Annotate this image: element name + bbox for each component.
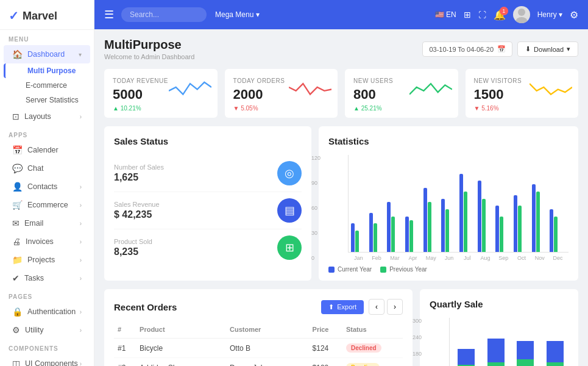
notifications-icon[interactable]: 🔔 1 [494,9,506,21]
bar-current [387,202,391,252]
sales-item-icon: ◎ [277,161,302,185]
megamenu-button[interactable]: Mega Menu ▾ [215,10,260,19]
bar-previous [355,231,359,252]
utility-icon: ⚙ [12,325,20,335]
q-bar-stack [458,349,475,366]
sidebar-item-email[interactable]: ✉ Email › [4,214,90,232]
bar-group [351,223,367,252]
q-bar-segment [547,341,564,362]
main-area: ☰ Mega Menu ▾ 🇺🇸 EN ⊞ ⛶ 🔔 1 Henry ▾ ⚙ Mu… [94,0,588,366]
sidebar-item-ui-components[interactable]: ◫ UI Components › [4,354,90,366]
sparkline [530,75,572,99]
bar-current [478,181,481,252]
hamburger-icon[interactable]: ☰ [104,8,114,21]
cell-customer: Danny Johnson [226,358,309,367]
sidebar-item-chat[interactable]: 💬 Chat [4,159,90,178]
x-label: Aug [477,255,494,261]
stat-change: ▲ 25.21% [353,105,450,112]
sidebar-item-calendar[interactable]: 📅 Calender [4,141,90,159]
bar-group [423,188,440,252]
bar-current [459,174,463,252]
download-button[interactable]: ⬇ Download ▾ [517,41,578,57]
sidebar-item-label: Dashboard [27,50,65,59]
sales-item-icon: ⊞ [277,235,302,260]
statistics-chart: 1209060300 JanFebMarAprMayJunJulAugSepOc… [328,155,569,271]
bar-current [532,184,536,252]
date-range-picker[interactable]: 03-10-19 To 04-06-20 📅 [422,41,512,57]
sales-item-value: $ 42,235 [114,209,160,220]
legend-previous: Previous Year [380,266,427,273]
page-title-group: MultiPurpose Welcome to Admin Dashboard [104,38,194,60]
cell-product: Addidas Shoes [136,358,226,367]
sidebar-item-projects[interactable]: 📁 Projects › [4,251,90,269]
settings-icon[interactable]: ⚙ [570,9,578,21]
sales-item-icon: ▤ [277,198,302,223]
sidebar-sub-server[interactable]: Server Statistics [4,93,90,107]
language-selector[interactable]: 🇺🇸 EN [435,10,456,19]
col-price: Price [309,321,342,339]
y-label: 30 [311,230,321,236]
sidebar-item-layouts[interactable]: ⊡ Layouts › [4,107,90,126]
sparkline [169,75,211,99]
export-button[interactable]: ⬆ Export [321,300,364,314]
chevron-icon: › [80,327,82,334]
x-label: Dec [550,255,566,261]
sales-status-title: Sales Status [114,136,302,146]
bar-previous [536,192,540,252]
sidebar-item-ecommerce[interactable]: 🛒 Ecommerce › [4,196,90,214]
bar-group [369,213,386,252]
chevron-icon: ▾ [79,51,82,58]
col-num: # [114,321,136,339]
chevron-icon: › [80,257,82,264]
table-row: #1 Bicycle Otto B $124 Declined [114,339,403,358]
y-label: 60 [311,205,321,211]
sidebar-sub-multipurpose[interactable]: Multi Purpose [4,63,90,78]
user-name[interactable]: Henry ▾ [537,10,562,19]
x-label: Apr [405,255,421,261]
sales-item-info: Number of Sales 1,625 [114,163,164,183]
sidebar-sub-ecommerce[interactable]: E-commerce [4,78,90,93]
grid-icon[interactable]: ⊞ [464,10,471,20]
stat-cards-row: TODAY REVENUE 5000 ▲ 10.21% TODAY ORDERS… [104,69,578,118]
sales-item-label: Number of Sales [114,163,164,171]
chevron-icon: › [80,309,82,315]
bar-previous [374,223,377,252]
ui-icon: ◫ [12,359,20,366]
sidebar-item-dashboard[interactable]: 🏠 Dashboard ▾ [4,45,90,63]
sidebar: ✓ Marvel MENU 🏠 Dashboard ▾ Multi Purpos… [0,0,94,366]
sidebar-item-contacts[interactable]: 👤 Contacts › [4,178,90,196]
x-label: Oct [514,255,530,261]
fullscreen-icon[interactable]: ⛶ [478,10,486,20]
q-bar-stack [487,339,505,366]
q-bar-stack [547,341,564,366]
sales-item-value: 8,235 [114,246,152,257]
sidebar-item-authentication[interactable]: 🔒 Authentication › [4,303,90,321]
page-header: MultiPurpose Welcome to Admin Dashboard … [104,38,578,60]
next-page-button[interactable]: › [387,299,403,315]
section-label-pages: PAGES [0,287,94,303]
sidebar-item-tasks[interactable]: ✔ Tasks › [4,269,90,287]
bar-current [351,223,355,252]
x-label: Feb [369,255,385,261]
cell-num: #1 [114,339,136,358]
q-bar-segment [517,341,534,359]
sales-item-info: Sales Revenue $ 42,235 [114,201,160,220]
page-subtitle: Welcome to Admin Dashboard [104,53,194,60]
section-label-apps: APPS [0,126,94,141]
search-input[interactable] [121,7,207,22]
statistics-card: Statistics 1209060300 JanFebMarAprMayJun… [319,126,578,281]
chat-icon: 💬 [12,163,23,173]
bar-previous [428,202,431,252]
sidebar-item-label: Calender [27,146,58,154]
statistics-title: Statistics [328,136,569,146]
prev-page-button[interactable]: ‹ [369,299,384,315]
sidebar-item-utility[interactable]: ⚙ Utility › [4,321,90,339]
sidebar-item-label: Email [24,219,43,228]
q-bar-stack [517,341,534,366]
x-label: Jun [441,255,458,261]
sales-item-1: Sales Revenue $ 42,235 ▤ [114,192,302,229]
legend-dot-previous [380,267,386,273]
sales-item-label: Sales Revenue [114,201,160,208]
sidebar-item-invoices[interactable]: 🖨 Invoices › [4,232,90,251]
chevron-icon: ▾ [567,45,570,53]
